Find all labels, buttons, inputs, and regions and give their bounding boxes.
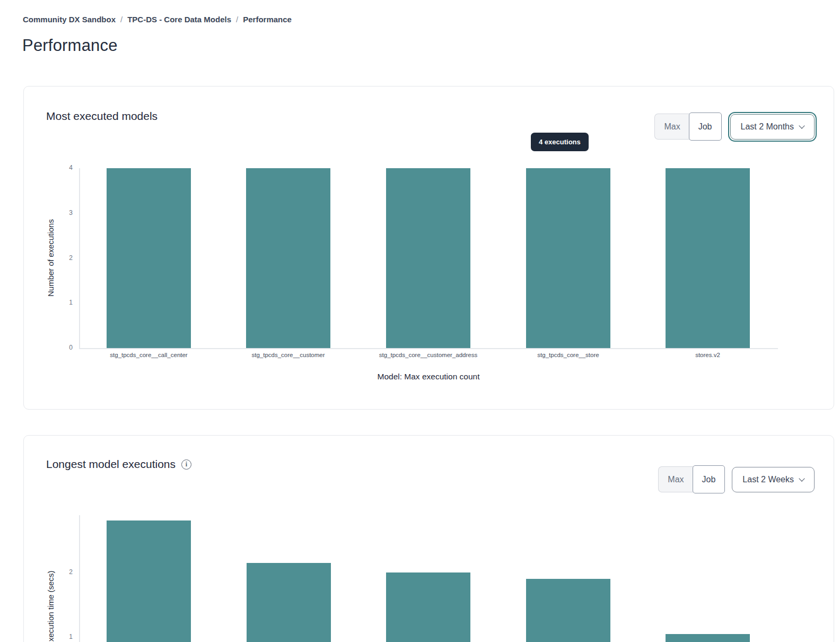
chart-bar[interactable] xyxy=(107,520,191,642)
y-tick-label: 3 xyxy=(46,209,73,216)
chart-bar[interactable] xyxy=(386,572,470,642)
y-tick-label: 4 xyxy=(46,164,73,171)
chart-bar[interactable] xyxy=(246,168,330,348)
y-tick-label: 2 xyxy=(46,254,73,262)
y-tick-label: 1 xyxy=(46,633,73,640)
x-axis-title: Model: Max execution count xyxy=(79,372,778,381)
x-category-label: stg_tpcds_core__customer_address xyxy=(354,352,503,358)
x-axis-line xyxy=(79,348,778,349)
breadcrumb-separator: / xyxy=(236,15,238,24)
chart-bar[interactable] xyxy=(526,579,610,642)
y-tick-label: 1 xyxy=(46,299,73,306)
breadcrumb-item-data-models[interactable]: TPC-DS - Core Data Models xyxy=(127,15,231,24)
y-axis-line xyxy=(79,515,80,642)
most-executed-models-card: Most executed models Max Job Last 2 Mont… xyxy=(23,86,834,410)
chart-bar[interactable] xyxy=(107,168,191,348)
longest-model-executions-card: Longest model executions i Max Job Last … xyxy=(23,435,834,642)
breadcrumb-item-performance: Performance xyxy=(243,15,292,24)
y-tick-label: 2 xyxy=(46,568,73,576)
performance-page: Community DX Sandbox/TPC-DS - Core Data … xyxy=(0,0,840,642)
x-category-label: stg_tpcds_core__store xyxy=(494,352,643,358)
y-axis-line xyxy=(79,168,80,348)
breadcrumb-item-project[interactable]: Community DX Sandbox xyxy=(23,15,116,24)
page-title: Performance xyxy=(22,36,118,55)
y-tick-label: 0 xyxy=(46,344,73,351)
chart-bar[interactable] xyxy=(666,634,750,642)
x-category-label: stores.v2 xyxy=(634,352,782,358)
chart-bar[interactable] xyxy=(526,168,610,348)
chart-bar[interactable] xyxy=(386,168,470,348)
chart-tooltip: 4 executions xyxy=(531,133,589,151)
chart-bar[interactable] xyxy=(666,168,750,348)
breadcrumb: Community DX Sandbox/TPC-DS - Core Data … xyxy=(23,15,292,24)
x-category-label: stg_tpcds_core__call_center xyxy=(75,352,223,358)
job-toggle-button[interactable]: Job xyxy=(689,112,722,141)
breadcrumb-separator: / xyxy=(120,15,122,24)
job-toggle-button[interactable]: Job xyxy=(693,465,725,493)
x-category-label: stg_tpcds_core__customer xyxy=(214,352,363,358)
chart-bar[interactable] xyxy=(247,563,331,642)
